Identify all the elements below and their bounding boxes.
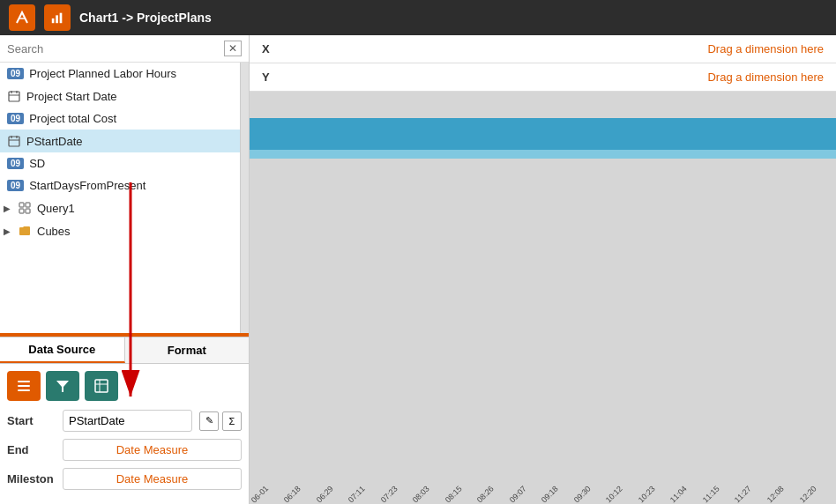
svg-rect-1 bbox=[56, 15, 58, 23]
expand-arrow-icon: ▶ bbox=[4, 226, 11, 236]
tab-format[interactable]: Format bbox=[125, 337, 250, 363]
tick-label: 12:08 bbox=[765, 485, 786, 504]
tree-list: 09 Project Planned Labor Hours Project S… bbox=[0, 63, 240, 333]
tree-item-query1[interactable]: ▶ Query1 bbox=[0, 196, 240, 219]
ds-icon-sigma[interactable]: Σ bbox=[222, 411, 242, 431]
ds-label-start: Start bbox=[7, 414, 56, 427]
ds-row-milestone: Mileston Date Measure bbox=[7, 468, 242, 490]
right-panel: X Drag a dimension here Y Drag a dimensi… bbox=[250, 35, 836, 504]
svg-rect-13 bbox=[19, 209, 24, 213]
tick-label: 11:04 bbox=[668, 485, 689, 504]
tick-label: 11:15 bbox=[701, 485, 721, 504]
tick-label: 10:23 bbox=[637, 485, 657, 504]
tree-item-pstartdate[interactable]: PStartDate bbox=[0, 130, 240, 152]
svg-marker-18 bbox=[56, 381, 69, 392]
tick-label: 09:18 bbox=[540, 485, 560, 504]
ds-row-end: End Date Measure bbox=[7, 439, 242, 461]
grid-icon bbox=[18, 201, 32, 215]
y-axis-row: Y Drag a dimension here bbox=[250, 63, 836, 92]
svg-rect-16 bbox=[18, 385, 30, 387]
ds-value-milestone[interactable]: Date Measure bbox=[63, 468, 242, 490]
ds-toolbar bbox=[7, 371, 242, 401]
tab-data-source[interactable]: Data Source bbox=[0, 337, 125, 363]
tick-label: 07:11 bbox=[347, 485, 367, 504]
ds-icon-edit[interactable]: ✎ bbox=[199, 411, 219, 431]
tick-label: 08:26 bbox=[475, 485, 496, 504]
tree-item-project-start-date[interactable]: Project Start Date bbox=[0, 85, 240, 107]
tree-item-project-total-cost[interactable]: 09 Project total Cost bbox=[0, 107, 240, 130]
tick-label: 06:29 bbox=[314, 485, 334, 504]
type-badge: 09 bbox=[7, 158, 24, 169]
y-axis-drop-zone[interactable]: Drag a dimension here bbox=[288, 70, 824, 84]
type-badge: 09 bbox=[7, 68, 24, 79]
bottom-tabs: Data Source Format bbox=[0, 337, 249, 364]
ds-label-milestone: Mileston bbox=[7, 472, 56, 485]
type-badge: 09 bbox=[7, 113, 24, 124]
svg-rect-14 bbox=[26, 209, 30, 213]
expand-arrow-icon: ▶ bbox=[4, 204, 11, 213]
tick-label: 07:23 bbox=[378, 485, 399, 504]
tick-label: 08:15 bbox=[443, 485, 463, 504]
chart-icon[interactable] bbox=[44, 4, 71, 31]
tree-item-project-planned-labor-hours[interactable]: 09 Project Planned Labor Hours bbox=[0, 63, 240, 85]
tree-item-cubes[interactable]: ▶ Cubes bbox=[0, 219, 240, 242]
chart-area: 06-0106:1806:2907:1107:2308:0308:1508:26… bbox=[250, 92, 836, 504]
svg-rect-3 bbox=[9, 92, 19, 101]
search-clear-button[interactable]: ✕ bbox=[224, 41, 242, 56]
chart-bar-main bbox=[250, 118, 836, 150]
svg-rect-17 bbox=[18, 389, 30, 391]
ds-btn-list[interactable] bbox=[7, 371, 41, 401]
tick-label: 06-01 bbox=[250, 485, 270, 504]
tree-item-startdaysfrompresent[interactable]: 09 StartDaysFromPresent bbox=[0, 174, 240, 196]
tick-label: 09:07 bbox=[508, 485, 528, 504]
x-axis-row: X Drag a dimension here bbox=[250, 35, 836, 63]
topbar: Chart1 -> ProjectPlans bbox=[0, 0, 836, 35]
svg-rect-15 bbox=[18, 381, 30, 382]
app-logo[interactable] bbox=[9, 4, 35, 31]
tick-label: 06:18 bbox=[282, 485, 302, 504]
left-panel: ✕ 09 Project Planned Labor Hours bbox=[0, 35, 250, 504]
svg-rect-11 bbox=[19, 203, 24, 207]
ds-btn-table[interactable] bbox=[85, 371, 118, 401]
datasource-panel: Start PStartDate ✎ Σ End Date Measure Mi… bbox=[0, 364, 249, 504]
page-title: Chart1 -> ProjectPlans bbox=[79, 11, 212, 25]
ds-value-end[interactable]: Date Measure bbox=[63, 439, 242, 461]
y-axis-label: Y bbox=[262, 70, 280, 84]
svg-rect-2 bbox=[60, 13, 63, 24]
calendar-icon bbox=[7, 89, 21, 103]
ds-row-icons-start: ✎ Σ bbox=[199, 411, 242, 431]
search-input[interactable] bbox=[7, 42, 220, 56]
chart-bar-secondary bbox=[250, 150, 836, 159]
tick-label: 10:12 bbox=[604, 485, 624, 504]
search-bar: ✕ bbox=[0, 35, 249, 63]
chart-timeline: 06-0106:1806:2907:1107:2308:0308:1508:26… bbox=[250, 485, 836, 504]
ds-value-start[interactable]: PStartDate bbox=[63, 410, 192, 432]
chart-background: 06-0106:1806:2907:1107:2308:0308:1508:26… bbox=[250, 92, 836, 504]
calendar-icon-selected bbox=[7, 134, 21, 148]
svg-rect-12 bbox=[26, 203, 30, 207]
tick-label: 12:20 bbox=[797, 485, 817, 504]
ds-row-start: Start PStartDate ✎ Σ bbox=[7, 410, 242, 432]
folder-icon bbox=[18, 224, 32, 238]
tick-label: 09:30 bbox=[572, 485, 593, 504]
tree-item-sd[interactable]: 09 SD bbox=[0, 152, 240, 174]
x-axis-label: X bbox=[262, 42, 280, 56]
svg-rect-19 bbox=[95, 380, 108, 392]
ds-btn-filter[interactable] bbox=[46, 371, 79, 401]
x-axis-drop-zone[interactable]: Drag a dimension here bbox=[288, 42, 824, 56]
ds-label-end: End bbox=[7, 443, 56, 456]
svg-rect-0 bbox=[52, 19, 55, 23]
tree-scrollbar[interactable] bbox=[240, 63, 249, 333]
svg-rect-7 bbox=[9, 137, 19, 146]
tick-label: 11:27 bbox=[733, 485, 753, 504]
type-badge: 09 bbox=[7, 180, 24, 191]
tick-label: 2025:01:01 bbox=[832, 485, 836, 504]
tick-label: 08:03 bbox=[411, 485, 431, 504]
